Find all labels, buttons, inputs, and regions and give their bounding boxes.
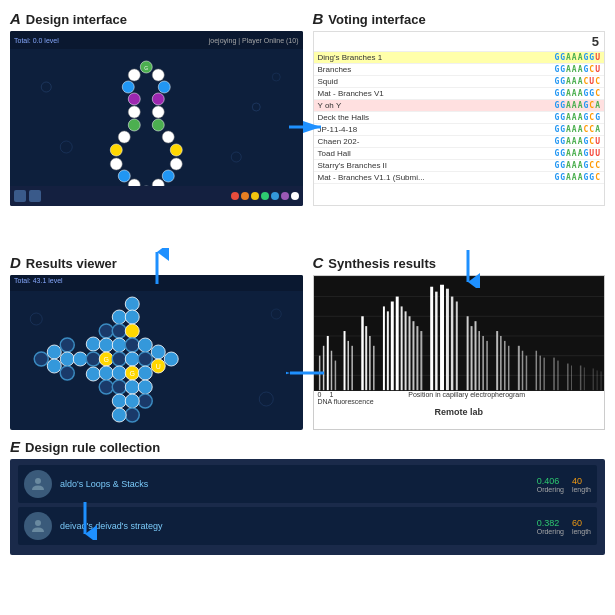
results-svg: G bbox=[10, 289, 303, 429]
color-dot-green bbox=[261, 192, 269, 200]
rule-length-label-2: length bbox=[572, 528, 591, 535]
rule-score-1: 0.406 bbox=[537, 476, 564, 486]
svg-rect-84 bbox=[330, 351, 331, 390]
voting-name-4: Mat - Branches V1 bbox=[318, 89, 555, 98]
rule-stats-1: 0.406 Ordering 40 length bbox=[537, 476, 591, 493]
arrow-d-a-svg bbox=[142, 248, 172, 288]
svg-point-11 bbox=[152, 93, 164, 105]
svg-point-8 bbox=[122, 81, 134, 93]
toolbar-icon-2[interactable] bbox=[29, 190, 41, 202]
svg-rect-112 bbox=[478, 331, 479, 390]
svg-point-10 bbox=[128, 93, 140, 105]
electro-chart bbox=[314, 276, 605, 391]
svg-point-68 bbox=[151, 345, 165, 359]
svg-point-56 bbox=[112, 380, 126, 394]
voting-row-3[interactable]: Squid GGAAACUC bbox=[314, 76, 605, 88]
synthesis-panel: 0 1 Position in capillary electropherogr… bbox=[313, 275, 606, 430]
svg-point-64 bbox=[138, 352, 152, 366]
arrow-d-to-e bbox=[70, 500, 100, 544]
svg-point-74 bbox=[112, 408, 126, 422]
voting-row-9[interactable]: Toad Hall GGAAAGUU bbox=[314, 148, 605, 160]
svg-point-72 bbox=[125, 394, 139, 408]
svg-point-20 bbox=[110, 158, 122, 170]
svg-point-1 bbox=[252, 103, 260, 111]
voting-row-10[interactable]: Starry's Branches II GGAAAGCC bbox=[314, 160, 605, 172]
voting-row-11[interactable]: Mat - Branches V1.1 (Submi... GGAAAGGC bbox=[314, 172, 605, 184]
arrow-b-c-svg bbox=[453, 248, 483, 288]
svg-text:U: U bbox=[156, 363, 161, 370]
rule-name-2: deivad's deivad's strategy bbox=[60, 521, 537, 531]
svg-rect-108 bbox=[455, 301, 457, 390]
rule-length-2: 60 bbox=[572, 518, 591, 528]
svg-rect-93 bbox=[382, 306, 384, 390]
svg-rect-104 bbox=[435, 292, 437, 390]
svg-rect-109 bbox=[466, 316, 468, 390]
rule-row-2[interactable]: deivad's deivad's strategy 0.382 Orderin… bbox=[18, 507, 597, 545]
svg-rect-86 bbox=[343, 331, 345, 390]
section-b-letter: B bbox=[313, 10, 324, 27]
svg-point-32 bbox=[34, 352, 48, 366]
rule-row-1[interactable]: aldo's Loops & Stacks 0.406 Ordering 40 … bbox=[18, 465, 597, 503]
voting-panel: 5 Ding's Branches 1 GGAAAGGU Branches GG… bbox=[313, 31, 606, 206]
voting-row-8[interactable]: Chaen 202- GGAAAGCU bbox=[314, 136, 605, 148]
svg-point-37 bbox=[60, 366, 74, 380]
voting-row-7[interactable]: JP-11-4-18 GGAAACCA bbox=[314, 124, 605, 136]
svg-point-73 bbox=[125, 408, 139, 422]
middle-row: D Results viewer Total: 43.1 level bbox=[10, 254, 605, 430]
section-e-label: E Design rule collection bbox=[10, 438, 605, 455]
svg-point-19 bbox=[170, 144, 182, 156]
svg-rect-118 bbox=[507, 346, 508, 390]
toolbar-icon-1[interactable] bbox=[14, 190, 26, 202]
svg-rect-128 bbox=[571, 366, 572, 391]
voting-name-6: Deck the Halls bbox=[318, 113, 555, 122]
voting-row-6[interactable]: Deck the Halls GGAAAGCG bbox=[314, 112, 605, 124]
rule-name-1: aldo's Loops & Stacks bbox=[60, 479, 537, 489]
svg-point-50 bbox=[125, 297, 139, 311]
arrow-a-to-b bbox=[287, 112, 327, 146]
svg-text:G: G bbox=[130, 370, 135, 377]
svg-rect-106 bbox=[445, 289, 448, 390]
chart-axis: 0 1 Position in capillary electropherogr… bbox=[314, 391, 605, 398]
voting-row-4[interactable]: Mat - Branches V1 GGAAAGGC bbox=[314, 88, 605, 100]
svg-point-43 bbox=[99, 338, 113, 352]
svg-point-12 bbox=[128, 106, 140, 118]
svg-rect-120 bbox=[521, 351, 522, 390]
svg-rect-102 bbox=[420, 331, 422, 390]
voting-name-3: Squid bbox=[318, 77, 555, 86]
voting-row-2[interactable]: Branches GGAAAGCU bbox=[314, 64, 605, 76]
arrow-c-to-d bbox=[286, 358, 328, 392]
rule-ordering-1: Ordering bbox=[537, 486, 564, 493]
dna-seq-2: GGAAAGCU bbox=[554, 65, 600, 74]
svg-rect-129 bbox=[579, 366, 580, 391]
voting-row-1[interactable]: Ding's Branches 1 GGAAAGGU bbox=[314, 52, 605, 64]
avatar-1 bbox=[24, 470, 52, 498]
svg-rect-110 bbox=[470, 326, 472, 390]
voting-row-5[interactable]: Y oh Y GGAAAGCA bbox=[314, 100, 605, 112]
dna-seq-11: GGAAAGGC bbox=[554, 173, 600, 182]
avatar-2 bbox=[24, 512, 52, 540]
svg-point-18 bbox=[110, 144, 122, 156]
svg-point-57 bbox=[112, 394, 126, 408]
y-label: DNA fluorescence bbox=[314, 398, 605, 405]
svg-rect-117 bbox=[504, 341, 505, 390]
voting-name-9: Toad Hall bbox=[318, 149, 555, 158]
section-a: A Design interface Total: 0.0 level joej… bbox=[10, 10, 308, 250]
svg-rect-101 bbox=[416, 326, 418, 390]
svg-rect-105 bbox=[440, 285, 444, 390]
svg-point-55 bbox=[112, 366, 126, 380]
svg-rect-126 bbox=[557, 361, 558, 391]
svg-rect-115 bbox=[496, 331, 498, 390]
svg-rect-119 bbox=[517, 346, 519, 390]
dna-seq-8: GGAAAGCU bbox=[554, 137, 600, 146]
svg-point-29 bbox=[30, 313, 42, 325]
svg-point-54 bbox=[112, 352, 126, 366]
arrow-a-b-svg bbox=[287, 112, 327, 142]
rule-stats-2: 0.382 Ordering 60 length bbox=[537, 518, 591, 535]
svg-rect-98 bbox=[404, 311, 406, 390]
svg-point-4 bbox=[272, 73, 280, 81]
avatar-svg-1 bbox=[29, 475, 47, 493]
svg-point-2 bbox=[60, 141, 72, 153]
section-a-title: Design interface bbox=[26, 12, 127, 27]
svg-point-67 bbox=[138, 394, 152, 408]
svg-point-41 bbox=[86, 367, 100, 381]
